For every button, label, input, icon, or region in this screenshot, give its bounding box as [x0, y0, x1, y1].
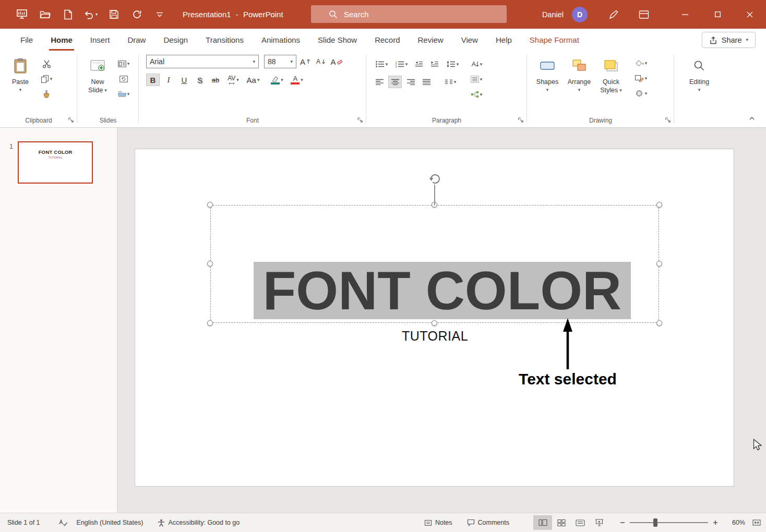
zoom-in-button[interactable] [713, 520, 718, 525]
close-button[interactable] [734, 0, 766, 29]
paste-button[interactable]: Paste ▾ [5, 53, 35, 100]
tab-home[interactable]: Home [42, 29, 81, 51]
arrange-button[interactable]: Arrange ▾ [564, 53, 594, 100]
tab-animations[interactable]: Animations [253, 29, 309, 51]
text-highlight-color-button[interactable]: ▾ [268, 74, 286, 86]
zoom-out-button[interactable] [620, 520, 625, 525]
tab-transitions[interactable]: Transitions [197, 29, 253, 51]
clipboard-dialog-launcher[interactable] [67, 117, 75, 124]
maximize-button[interactable] [701, 0, 734, 29]
font-color-button[interactable]: A ▾ [288, 74, 306, 86]
tab-insert[interactable]: Insert [81, 29, 119, 51]
slide[interactable]: FONT COLOR TUTORIAL Text selected [135, 149, 734, 487]
increase-indent-button[interactable] [428, 58, 441, 70]
font-name-select[interactable]: Arial ▾ [146, 55, 259, 68]
text-direction-button[interactable]: ▾ [468, 58, 485, 70]
drawing-dialog-launcher[interactable] [664, 117, 672, 124]
slide-thumbnail[interactable]: FONT COLOR TUTORIAL [18, 141, 93, 184]
reading-view-button[interactable] [571, 515, 590, 530]
shape-outline-button[interactable]: ▾ [632, 72, 650, 84]
redo-button[interactable] [126, 4, 147, 25]
slide-sorter-view-button[interactable] [552, 515, 571, 530]
resize-handle-bottom-left[interactable] [207, 320, 213, 326]
resize-handle-top-right[interactable] [656, 202, 662, 208]
font-dialog-launcher[interactable] [356, 117, 364, 124]
numbering-button[interactable]: 123 ▾ [392, 58, 410, 70]
slide-subtitle-text[interactable]: TUTORIAL [135, 329, 735, 344]
open-file-button[interactable] [34, 4, 55, 25]
smartart-button[interactable]: ▾ [468, 88, 485, 101]
slide-title-text[interactable]: FONT COLOR [263, 260, 621, 322]
quick-styles-button[interactable]: Quick Styles ▾ [596, 53, 626, 100]
resize-handle-top-left[interactable] [207, 202, 213, 208]
slide-layout-button[interactable]: ▾ [117, 57, 130, 70]
tab-draw[interactable]: Draw [118, 29, 154, 51]
tab-record[interactable]: Record [366, 29, 409, 51]
change-case-button[interactable]: Aa ▾ [244, 74, 262, 86]
paragraph-dialog-launcher[interactable] [517, 117, 524, 124]
columns-button[interactable]: ▾ [441, 76, 459, 88]
align-right-button[interactable] [404, 76, 417, 88]
share-button[interactable]: Share ▾ [702, 32, 756, 48]
accessibility-button[interactable]: Accessibility: Good to go [158, 519, 240, 527]
cut-button[interactable] [40, 57, 53, 70]
grow-font-button[interactable]: A [298, 55, 312, 68]
ribbon-display-options-button[interactable] [633, 4, 654, 25]
slideshow-button[interactable] [590, 515, 608, 530]
align-left-button[interactable] [373, 76, 386, 88]
fit-slide-to-window-button[interactable] [752, 519, 761, 526]
align-center-button[interactable] [388, 76, 402, 88]
decrease-indent-button[interactable] [412, 58, 426, 70]
format-painter-button[interactable] [40, 88, 53, 100]
text-shadow-button[interactable]: S [193, 74, 207, 86]
zoom-slider-thumb[interactable] [653, 518, 657, 527]
comments-button[interactable]: Comments [467, 519, 509, 526]
rotate-handle[interactable] [428, 172, 441, 185]
avatar[interactable]: D [572, 7, 588, 22]
tab-view[interactable]: View [452, 29, 487, 51]
new-slide-button[interactable]: New Slide ▾ [82, 53, 113, 100]
zoom-level[interactable]: 60% [725, 519, 745, 526]
selected-text-highlight[interactable]: FONT COLOR [254, 262, 631, 319]
slide-indicator[interactable]: Slide 1 of 1 [7, 519, 40, 526]
tab-file[interactable]: File [11, 29, 42, 51]
character-spacing-button[interactable]: AV ▾ [224, 74, 242, 86]
resize-handle-bottom-right[interactable] [656, 320, 662, 326]
shrink-font-button[interactable]: A [314, 55, 328, 68]
shape-effects-button[interactable]: ▾ [632, 87, 650, 100]
pen-tools-button[interactable] [603, 4, 624, 25]
spellcheck-button[interactable] [59, 519, 67, 526]
search-box[interactable]: Search [311, 5, 507, 23]
tab-help[interactable]: Help [487, 29, 521, 51]
tab-slide-show[interactable]: Slide Show [309, 29, 366, 51]
align-text-button[interactable]: ▾ [468, 73, 485, 86]
tab-shape-format[interactable]: Shape Format [521, 29, 588, 51]
customize-quick-access-button[interactable] [149, 4, 170, 25]
justify-button[interactable] [420, 76, 433, 88]
shape-fill-button[interactable]: ▾ [632, 57, 650, 69]
undo-button[interactable]: ▾ [80, 4, 101, 25]
reset-slide-button[interactable] [117, 72, 130, 85]
line-spacing-button[interactable]: ▾ [444, 58, 461, 70]
bullets-button[interactable]: ▾ [373, 58, 390, 70]
font-size-select[interactable]: 88 ▾ [264, 55, 296, 68]
clear-formatting-button[interactable]: A [330, 55, 343, 68]
strikethrough-button[interactable]: ab [209, 74, 222, 86]
underline-button[interactable]: U [177, 74, 191, 86]
tab-review[interactable]: Review [409, 29, 452, 51]
collapse-ribbon-button[interactable] [746, 114, 758, 123]
editing-button[interactable]: Editing ▾ [684, 53, 714, 92]
italic-button[interactable]: I [162, 74, 175, 86]
resize-handle-middle-right[interactable] [656, 261, 662, 267]
resize-handle-middle-left[interactable] [207, 261, 213, 267]
bold-button[interactable]: B [146, 74, 160, 86]
tab-design[interactable]: Design [154, 29, 197, 51]
normal-view-button[interactable] [533, 515, 552, 530]
copy-button[interactable]: ▾ [40, 72, 53, 85]
save-button[interactable] [103, 4, 124, 25]
new-file-button[interactable] [57, 4, 78, 25]
zoom-slider[interactable] [630, 518, 708, 527]
minimize-button[interactable] [669, 0, 701, 29]
section-button[interactable]: ▾ [117, 88, 130, 100]
app-logo-button[interactable] [11, 4, 32, 25]
